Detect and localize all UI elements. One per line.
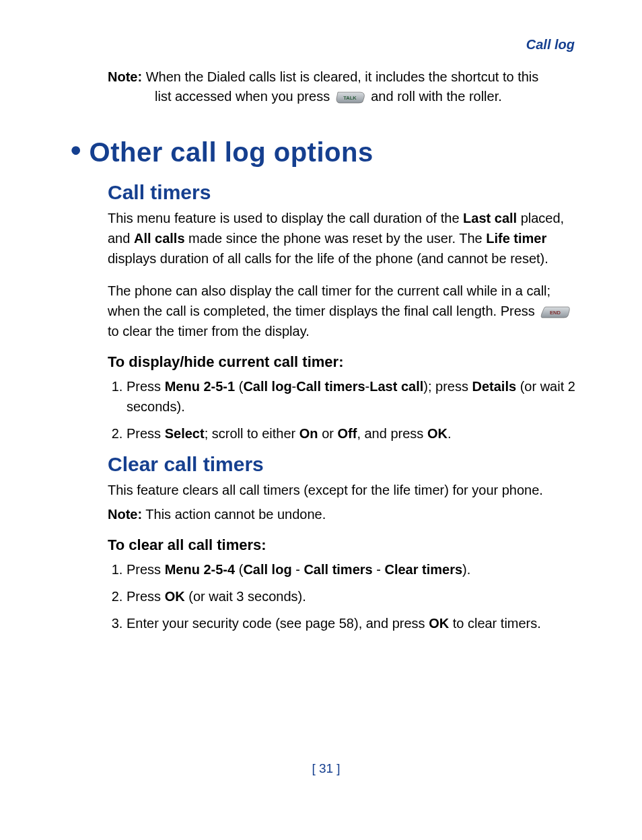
end-key-icon: END (540, 306, 570, 318)
clear-timers-para1: This feature clears all call timers (exc… (108, 480, 581, 500)
list-item: Press OK (or wait 3 seconds). (127, 586, 581, 606)
note-text: This action cannot be undone. (145, 507, 326, 522)
svg-text:TALK: TALK (343, 95, 357, 101)
manual-page: Call log Note: When the Dialed calls lis… (0, 0, 642, 803)
call-timers-para1: This menu feature is used to display the… (108, 208, 581, 269)
note-text-2a: list accessed when you press (155, 89, 334, 104)
section-heading-text: Other call log options (90, 137, 373, 167)
bullet-icon: • (71, 133, 81, 166)
subheading-call-timers: Call timers (108, 181, 581, 204)
clear-timers-note: Note: This action cannot be undone. (108, 504, 581, 524)
note-label: Note: (108, 507, 142, 522)
note-text-2b: and roll with the roller. (371, 89, 502, 104)
note-text-1: When the Dialed calls list is cleared, i… (146, 69, 539, 84)
list-item: Press Menu 2-5-1 (Call log-Call timers-L… (127, 376, 581, 417)
list-item: Press Menu 2-5-4 (Call log - Call timers… (127, 559, 581, 580)
talk-key-icon: TALK (336, 91, 365, 104)
top-note: Note: When the Dialed calls list is clea… (108, 67, 581, 106)
list-item: Press Select; scroll to either On or Off… (127, 423, 581, 444)
list-item: Enter your security code (see page 58), … (127, 613, 581, 633)
section-heading-main: • Other call log options (71, 133, 581, 168)
page-number: [ 31 ] (71, 761, 581, 776)
steps-clear-timers: Press Menu 2-5-4 (Call log - Call timers… (108, 559, 581, 633)
running-header: Call log (71, 37, 581, 53)
svg-text:END: END (550, 310, 561, 316)
steps-display-timer: Press Menu 2-5-1 (Call log-Call timers-L… (108, 376, 581, 444)
procedure-heading-clear-timers: To clear all call timers: (108, 536, 581, 554)
procedure-heading-display-timer: To display/hide current call timer: (108, 353, 581, 371)
call-timers-para2: The phone can also display the call time… (108, 281, 581, 341)
subheading-clear-timers: Clear call timers (108, 453, 581, 476)
note-label: Note: (108, 69, 142, 84)
